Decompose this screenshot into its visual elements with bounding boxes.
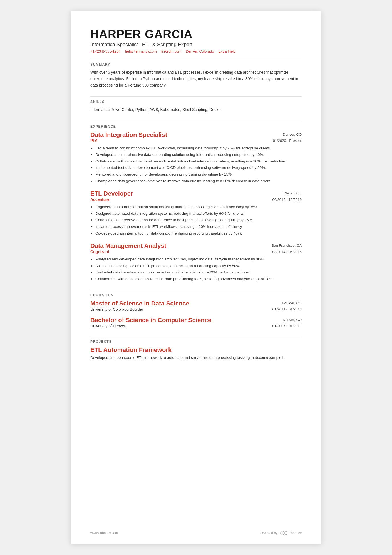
bullet: Collaborated with cross-functional teams… [95,158,302,164]
job-title-2: ETL Developer [90,190,133,197]
edu-school-1: University of Colorado Boulder [90,307,143,312]
job-bullets-2: Engineered data transformation solutions… [90,204,302,236]
summary-label: SUMMARY [90,63,302,66]
education-label: EDUCATION [90,293,302,297]
contact-extra: Extra Field [218,49,235,53]
edu-degree-1: Master of Science in Data Science [90,300,189,307]
bullet: Initiated process improvements in ETL wo… [95,224,302,230]
projects-label: PROJECTS [90,340,302,344]
resume-page: HARPER GARCIA Informatica Specialist | E… [71,11,321,544]
enhancv-logo: Enhancv [280,531,302,536]
edu-degree-2: Bachelor of Science in Computer Science [90,317,211,324]
powered-by-text: Powered by [260,531,277,535]
edu-header-row-1: Master of Science in Data Science Boulde… [90,300,302,307]
divider-summary [90,59,302,59]
bullet: Assisted in building scalable ETL proces… [95,263,302,269]
job-block-3: Data Management Analyst San Francisco, C… [90,242,302,282]
job-header-row-2: ETL Developer Chicago, IL [90,190,302,197]
divider-projects [90,336,302,336]
edu-block-2: Bachelor of Science in Computer Science … [90,317,302,328]
footer-right: Powered by Enhancv [260,531,302,536]
job-location-2: Chicago, IL [283,190,302,195]
bullet: Conducted code reviews to ensure adheren… [95,217,302,223]
svg-point-0 [280,531,284,535]
edu-block-1: Master of Science in Data Science Boulde… [90,300,302,312]
logo-icon [280,531,287,536]
project-desc-1: Developed an open-source ETL framework t… [90,355,302,361]
candidate-name: HARPER GARCIA [90,28,302,41]
job-company-row-2: Accenture 06/2016 - 12/2019 [90,197,302,202]
edu-location-1: Boulder, CO [282,300,302,305]
project-title-1: ETL Automation Framework [90,346,302,354]
candidate-title: Informatica Specialist | ETL & Scripting… [90,42,302,48]
job-title-1: Data Integration Specialist [90,131,167,139]
summary-section: SUMMARY With over 5 years of expertise i… [90,63,302,88]
job-block-2: ETL Developer Chicago, IL Accenture 06/2… [90,190,302,236]
bullet: Collaborated with data scientists to ref… [95,276,302,282]
job-header-row-1: Data Integration Specialist Denver, CO [90,131,302,139]
bullet: Co-developed an internal tool for data c… [95,230,302,236]
job-header-row-3: Data Management Analyst San Francisco, C… [90,242,302,250]
divider-education [90,290,302,290]
job-block-1: Data Integration Specialist Denver, CO I… [90,131,302,184]
divider-experience [90,121,302,121]
divider-skills [90,96,302,97]
projects-section: PROJECTS ETL Automation Framework Develo… [90,340,302,361]
job-location-3: San Francisco, CA [272,242,302,248]
bullet: Led a team to construct complex ETL work… [95,145,302,151]
job-company-2: Accenture [90,197,109,202]
contact-row: +1-(234)-555-1234 help@enhancv.com linke… [90,49,302,53]
footer-url: www.enhancv.com [90,531,118,535]
edu-dates-2: 01/2007 - 01/2011 [272,324,302,328]
edu-school-row-1: University of Colorado Boulder 01/2011 -… [90,307,302,312]
experience-section: EXPERIENCE Data Integration Specialist D… [90,125,302,282]
edu-header-row-2: Bachelor of Science in Computer Science … [90,317,302,324]
contact-location: Denver, Colorado [186,49,214,53]
job-bullets-3: Analyzed and developed data integration … [90,256,302,282]
bullet: Developed a comprehensive data onboardin… [95,152,302,158]
bullet: Evaluated data transformation tools, sel… [95,269,302,275]
edu-dates-1: 01/2011 - 01/2013 [272,307,302,312]
bullet: Engineered data transformation solutions… [95,204,302,210]
edu-location-2: Denver, CO [283,317,302,322]
skills-label: SKILLS [90,100,302,104]
job-title-3: Data Management Analyst [90,242,166,250]
summary-text: With over 5 years of expertise in Inform… [90,69,302,88]
job-company-row-1: IBM 01/2020 - Present [90,139,302,143]
bullet: Analyzed and developed data integration … [95,256,302,262]
footer: www.enhancv.com Powered by Enhancv [90,531,302,536]
bullet: Championed data governance initiatives t… [95,178,302,184]
edu-school-row-2: University of Denver 01/2007 - 01/2011 [90,324,302,328]
header: HARPER GARCIA Informatica Specialist | E… [90,28,302,53]
brand-name: Enhancv [289,531,302,535]
contact-email: help@enhancv.com [125,49,157,53]
experience-label: EXPERIENCE [90,125,302,129]
job-bullets-1: Led a team to construct complex ETL work… [90,145,302,184]
education-section: EDUCATION Master of Science in Data Scie… [90,293,302,328]
contact-linkedin: linkedin.com [161,49,181,53]
edu-school-2: University of Denver [90,324,125,328]
job-dates-2: 06/2016 - 12/2019 [272,198,302,202]
job-company-1: IBM [90,139,98,143]
skills-text: Informatica PowerCenter, Python, AWS, Ku… [90,107,302,113]
job-location-1: Denver, CO [283,131,302,137]
bullet: Mentored and onboarded junior developers… [95,171,302,177]
job-dates-1: 01/2020 - Present [273,139,302,143]
contact-phone: +1-(234)-555-1234 [90,49,121,53]
skills-section: SKILLS Informatica PowerCenter, Python, … [90,100,302,113]
job-dates-3: 03/2014 - 05/2016 [272,250,302,254]
job-company-3: Cognizant [90,250,109,254]
job-company-row-3: Cognizant 03/2014 - 05/2016 [90,250,302,254]
bullet: Implemented test-driven development and … [95,165,302,171]
bullet: Designed automated data integration syst… [95,211,302,217]
